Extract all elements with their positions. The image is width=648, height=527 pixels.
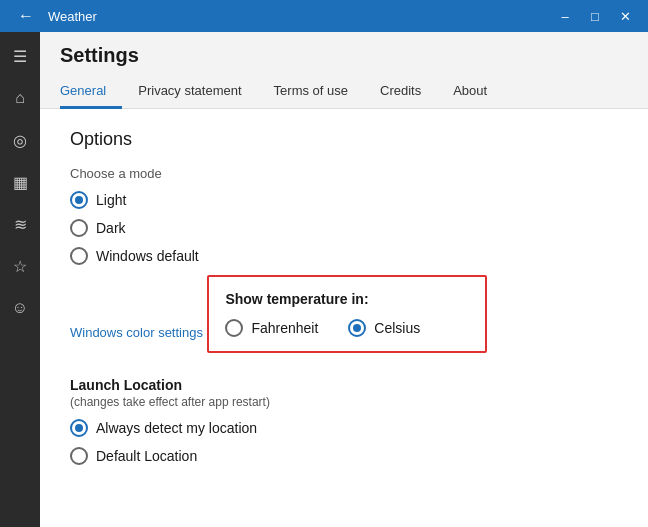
window-controls: – □ ✕ <box>550 1 640 31</box>
fahrenheit-row[interactable]: Fahrenheit <box>225 319 318 337</box>
emoji-icon[interactable]: ☺ <box>0 288 40 328</box>
title-bar-left: ← Weather <box>12 2 97 30</box>
mode-dark-label: Dark <box>96 220 126 236</box>
temperature-radio-group: Fahrenheit Celsius <box>225 319 469 337</box>
tab-terms[interactable]: Terms of use <box>258 75 364 109</box>
detect-location-label: Always detect my location <box>96 420 257 436</box>
mode-windows-row[interactable]: Windows default <box>70 247 618 265</box>
default-location-label: Default Location <box>96 448 197 464</box>
mode-light-radio-inner <box>75 196 83 204</box>
page-title: Settings <box>60 44 628 67</box>
sidebar: ☰ ⌂ ◎ ▦ ≋ ☆ ☺ <box>0 32 40 527</box>
launch-subtitle: (changes take effect after app restart) <box>70 395 618 409</box>
mode-light-row[interactable]: Light <box>70 191 618 209</box>
title-bar: ← Weather – □ ✕ <box>0 0 648 32</box>
mode-label: Choose a mode <box>70 166 618 181</box>
back-button[interactable]: ← <box>12 2 40 30</box>
celsius-label: Celsius <box>374 320 420 336</box>
content-area: Settings General Privacy statement Terms… <box>40 32 648 527</box>
home-icon[interactable]: ⌂ <box>0 78 40 118</box>
settings-header: Settings <box>40 32 648 75</box>
mode-radio-group: Light Dark Windows default <box>70 191 618 265</box>
default-location-radio[interactable] <box>70 447 88 465</box>
launch-radio-group: Always detect my location Default Locati… <box>70 419 618 465</box>
maximize-button[interactable]: □ <box>580 1 610 31</box>
temperature-box: Show temperature in: Fahrenheit Celsius <box>207 275 487 353</box>
mode-light-radio[interactable] <box>70 191 88 209</box>
tab-about[interactable]: About <box>437 75 503 109</box>
detect-location-row[interactable]: Always detect my location <box>70 419 618 437</box>
star-icon[interactable]: ☆ <box>0 246 40 286</box>
default-location-row[interactable]: Default Location <box>70 447 618 465</box>
tab-privacy[interactable]: Privacy statement <box>122 75 257 109</box>
detect-location-radio-inner <box>75 424 83 432</box>
app-body: ☰ ⌂ ◎ ▦ ≋ ☆ ☺ Settings General Privacy s… <box>0 32 648 527</box>
celsius-radio-inner <box>353 324 361 332</box>
chart-icon[interactable]: ≋ <box>0 204 40 244</box>
tab-general[interactable]: General <box>60 75 122 109</box>
celsius-row[interactable]: Celsius <box>348 319 420 337</box>
celsius-radio[interactable] <box>348 319 366 337</box>
detect-location-radio[interactable] <box>70 419 88 437</box>
settings-content: Options Choose a mode Light Dark Windows… <box>40 109 648 527</box>
globe-icon[interactable]: ◎ <box>0 120 40 160</box>
mode-windows-label: Windows default <box>96 248 199 264</box>
mode-windows-radio[interactable] <box>70 247 88 265</box>
mode-light-label: Light <box>96 192 126 208</box>
launch-section: Launch Location (changes take effect aft… <box>70 377 618 465</box>
close-button[interactable]: ✕ <box>610 1 640 31</box>
app-title: Weather <box>48 9 97 24</box>
hamburger-icon[interactable]: ☰ <box>0 36 40 76</box>
tab-credits[interactable]: Credits <box>364 75 437 109</box>
mode-dark-radio[interactable] <box>70 219 88 237</box>
minimize-button[interactable]: – <box>550 1 580 31</box>
launch-title: Launch Location <box>70 377 618 393</box>
fahrenheit-radio[interactable] <box>225 319 243 337</box>
mode-dark-row[interactable]: Dark <box>70 219 618 237</box>
options-title: Options <box>70 129 618 150</box>
color-settings-link[interactable]: Windows color settings <box>70 325 203 340</box>
fahrenheit-label: Fahrenheit <box>251 320 318 336</box>
news-icon[interactable]: ▦ <box>0 162 40 202</box>
temperature-title: Show temperature in: <box>225 291 469 307</box>
tabs-bar: General Privacy statement Terms of use C… <box>40 75 648 109</box>
